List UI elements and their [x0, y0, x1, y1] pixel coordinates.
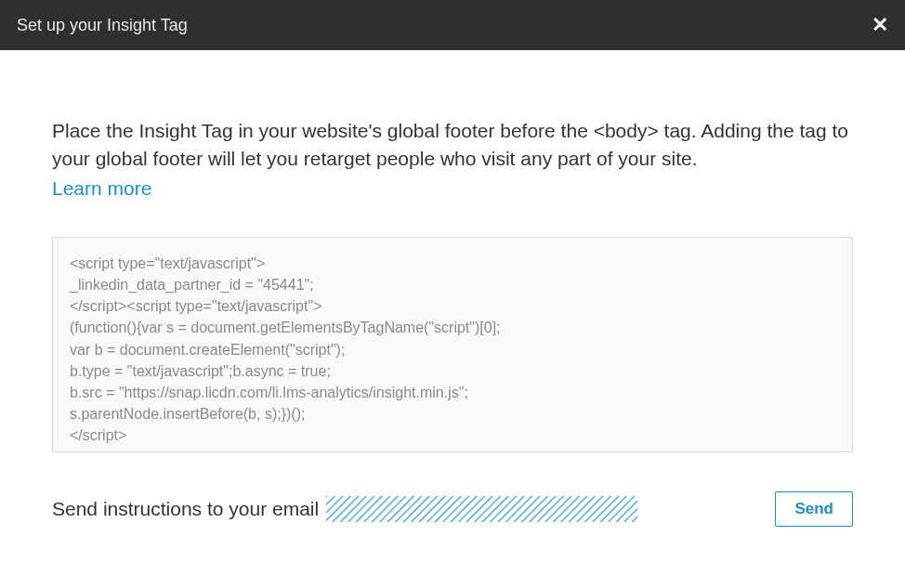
- code-snippet-box[interactable]: [52, 237, 853, 452]
- svg-rect-1: [326, 496, 637, 522]
- modal-footer: Send instructions to your email Send: [0, 456, 905, 527]
- send-button[interactable]: Send: [775, 491, 853, 527]
- close-button[interactable]: ✕: [872, 15, 888, 35]
- instruction-text: Place the Insight Tag in your website's …: [52, 117, 853, 174]
- learn-more-link[interactable]: Learn more: [52, 177, 151, 200]
- modal-title: Set up your Insight Tag: [17, 16, 188, 35]
- close-icon: ✕: [872, 13, 888, 36]
- modal-header: Set up your Insight Tag ✕: [0, 0, 905, 50]
- email-redacted-area: [326, 496, 637, 522]
- modal-content: Place the Insight Tag in your website's …: [0, 50, 905, 456]
- email-instruction-label: Send instructions to your email: [52, 498, 319, 520]
- email-label-wrap: Send instructions to your email: [52, 496, 637, 522]
